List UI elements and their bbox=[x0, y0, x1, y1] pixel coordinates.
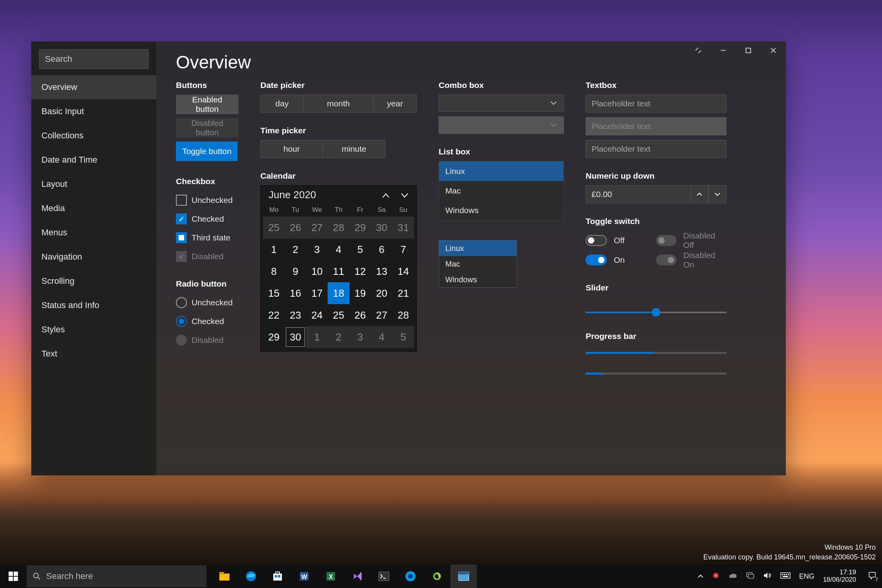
tray-keyboard-icon[interactable] bbox=[780, 572, 791, 581]
calendar-month-label[interactable]: June 2020 bbox=[269, 189, 316, 201]
cal-day[interactable]: 25 bbox=[328, 304, 349, 326]
tray-onedrive-icon[interactable] bbox=[728, 572, 737, 581]
date-picker[interactable]: day month year bbox=[260, 95, 417, 113]
cal-day[interactable]: 9 bbox=[285, 260, 306, 282]
list-item[interactable]: Linux bbox=[439, 161, 563, 181]
sidebar-item-scrolling[interactable]: Scrolling bbox=[31, 269, 156, 293]
slider[interactable] bbox=[586, 307, 726, 318]
list-item[interactable]: Mac bbox=[439, 181, 563, 201]
year-segment[interactable]: year bbox=[374, 95, 416, 112]
cal-day[interactable]: 1 bbox=[263, 238, 285, 260]
cal-next-icon[interactable] bbox=[401, 189, 409, 201]
cal-day[interactable]: 3 bbox=[350, 326, 371, 348]
textbox-2[interactable]: Placeholder text bbox=[586, 140, 726, 158]
app-explorer-icon[interactable] bbox=[211, 565, 238, 588]
checkbox-unchecked[interactable]: Unchecked bbox=[176, 191, 238, 210]
tray-red-icon[interactable]: × bbox=[712, 572, 719, 581]
cal-day[interactable]: 29 bbox=[350, 217, 371, 238]
app-edge-icon[interactable] bbox=[238, 565, 264, 588]
toggle-off[interactable]: Off bbox=[586, 231, 625, 250]
list-item[interactable]: Windows bbox=[439, 272, 516, 287]
cal-prev-icon[interactable] bbox=[382, 189, 390, 201]
sidebar-item-navigation[interactable]: Navigation bbox=[31, 245, 156, 269]
toggle-on[interactable]: On bbox=[586, 250, 625, 270]
sidebar-item-collections[interactable]: Collections bbox=[31, 124, 156, 148]
cal-day[interactable]: 19 bbox=[350, 282, 371, 304]
list-item[interactable]: Windows bbox=[439, 201, 563, 220]
sidebar-item-menus[interactable]: Menus bbox=[31, 220, 156, 245]
radio-unchecked[interactable]: Unchecked bbox=[176, 293, 238, 312]
textbox[interactable]: Placeholder text bbox=[586, 95, 726, 113]
tray-network-icon[interactable] bbox=[746, 572, 755, 581]
cal-day[interactable]: 18 bbox=[328, 282, 349, 304]
list-item[interactable]: Linux bbox=[439, 240, 516, 256]
cal-day[interactable]: 8 bbox=[263, 260, 285, 282]
sidebar-item-basic-input[interactable]: Basic Input bbox=[31, 99, 156, 124]
numeric-up-icon[interactable] bbox=[690, 185, 708, 203]
cal-day[interactable]: 21 bbox=[393, 282, 414, 304]
cal-day[interactable]: 16 bbox=[285, 282, 306, 304]
cal-day[interactable]: 28 bbox=[393, 304, 414, 326]
cal-day[interactable]: 5 bbox=[350, 238, 371, 260]
toggle-button[interactable]: Toggle button bbox=[176, 142, 238, 161]
tray-lang[interactable]: ENG bbox=[799, 572, 814, 581]
cal-day[interactable]: 22 bbox=[263, 304, 285, 326]
numeric-up-down[interactable]: £0.00 bbox=[586, 185, 726, 203]
cal-day[interactable]: 25 bbox=[263, 217, 285, 238]
cal-day[interactable]: 2 bbox=[328, 326, 349, 348]
listbox[interactable]: LinuxMacWindows bbox=[439, 161, 564, 220]
cal-day[interactable]: 23 bbox=[285, 304, 306, 326]
sidebar-item-styles[interactable]: Styles bbox=[31, 317, 156, 342]
cal-day[interactable]: 26 bbox=[350, 304, 371, 326]
cal-day[interactable]: 12 bbox=[350, 260, 371, 282]
numeric-down-icon[interactable] bbox=[708, 185, 726, 203]
calendar[interactable]: June 2020 MoTuWeThFrSaSu 252627282930311… bbox=[260, 185, 417, 351]
app-excel-icon[interactable]: X bbox=[317, 565, 344, 588]
start-button[interactable] bbox=[0, 565, 27, 588]
cal-day[interactable]: 2 bbox=[285, 238, 306, 260]
close-icon[interactable] bbox=[761, 41, 786, 59]
cal-day[interactable]: 7 bbox=[393, 238, 414, 260]
cal-day[interactable]: 13 bbox=[371, 260, 393, 282]
cal-day[interactable]: 4 bbox=[328, 238, 349, 260]
cal-day[interactable]: 28 bbox=[328, 217, 349, 238]
list-item[interactable]: Mac bbox=[439, 256, 516, 272]
cal-day[interactable]: 29 bbox=[263, 326, 285, 348]
cal-day[interactable]: 3 bbox=[306, 238, 328, 260]
radio-checked[interactable]: Checked bbox=[176, 312, 238, 331]
sidebar-item-status-and-info[interactable]: Status and Info bbox=[31, 293, 156, 317]
day-segment[interactable]: day bbox=[261, 95, 303, 112]
app-store-icon[interactable] bbox=[264, 565, 291, 588]
sidebar-item-overview[interactable]: Overview bbox=[31, 75, 156, 99]
combo-box[interactable] bbox=[439, 95, 564, 112]
app-word-icon[interactable]: W bbox=[291, 565, 317, 588]
enabled-button[interactable]: Enabled button bbox=[176, 95, 238, 114]
cal-day[interactable]: 4 bbox=[371, 326, 393, 348]
cal-day[interactable]: 30 bbox=[285, 326, 306, 348]
hour-segment[interactable]: hour bbox=[261, 140, 323, 158]
app-current-icon[interactable] bbox=[450, 565, 477, 588]
minimize-icon[interactable] bbox=[711, 41, 736, 59]
minute-segment[interactable]: minute bbox=[323, 140, 385, 158]
search-input[interactable]: Search bbox=[39, 49, 149, 69]
app-terminal-icon[interactable] bbox=[371, 565, 397, 588]
cal-day[interactable]: 10 bbox=[306, 260, 328, 282]
tray-notification-icon[interactable]: 7 bbox=[868, 571, 877, 582]
cal-day[interactable]: 6 bbox=[371, 238, 393, 260]
app-vs-icon[interactable] bbox=[344, 565, 371, 588]
cal-day[interactable]: 27 bbox=[371, 304, 393, 326]
checkbox-third[interactable]: Third state bbox=[176, 228, 238, 247]
tray-volume-icon[interactable] bbox=[763, 572, 772, 581]
cal-day[interactable]: 30 bbox=[371, 217, 393, 238]
app-blue-icon[interactable] bbox=[397, 565, 424, 588]
listbox-mini[interactable]: LinuxMacWindows bbox=[439, 240, 517, 288]
tray-chevron-up-icon[interactable] bbox=[697, 572, 704, 581]
slider-thumb[interactable] bbox=[652, 308, 660, 317]
maximize-icon[interactable] bbox=[736, 41, 761, 59]
tray-clock[interactable]: 17:19 18/06/2020 bbox=[823, 569, 859, 583]
sidebar-item-media[interactable]: Media bbox=[31, 196, 156, 220]
cal-day[interactable]: 27 bbox=[306, 217, 328, 238]
sidebar-item-date-and-time[interactable]: Date and Time bbox=[31, 148, 156, 172]
cal-day[interactable]: 5 bbox=[393, 326, 414, 348]
cal-day[interactable]: 31 bbox=[393, 217, 414, 238]
